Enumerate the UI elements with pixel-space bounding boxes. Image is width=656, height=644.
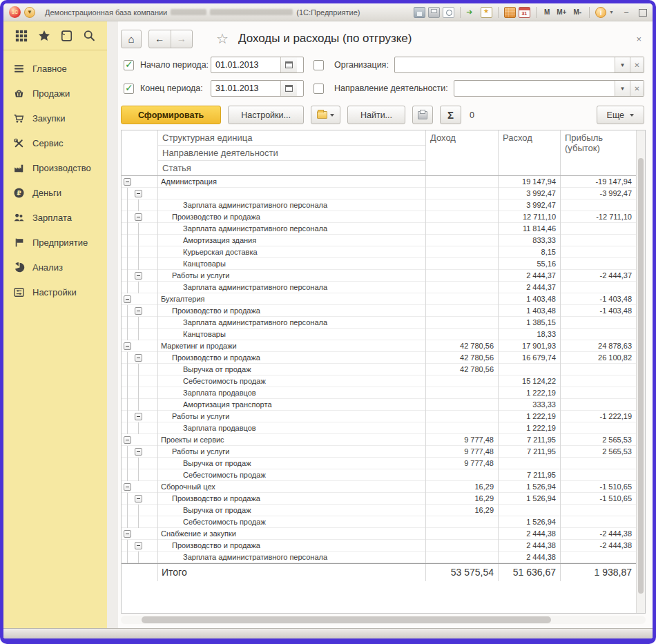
generate-button[interactable]: Сформировать bbox=[121, 106, 221, 124]
table-row[interactable]: Администрация19 147,94-19 147,94 bbox=[122, 176, 636, 188]
maximize-button[interactable] bbox=[639, 9, 647, 17]
favorites-star-icon[interactable] bbox=[37, 29, 51, 43]
table-row[interactable]: Себестоимость продаж15 124,22 bbox=[122, 375, 636, 387]
period-end-input[interactable] bbox=[211, 81, 280, 96]
collapse-icon[interactable] bbox=[124, 295, 131, 303]
table-row[interactable]: Зарплата административного персонала3 99… bbox=[122, 199, 636, 211]
sidebar-item-enterprise[interactable]: Предприятие bbox=[3, 230, 107, 255]
vertical-scrollbar-thumb[interactable] bbox=[638, 158, 644, 594]
horizontal-scrollbar-thumb[interactable] bbox=[142, 616, 551, 623]
table-row[interactable]: Зарплата административного персонала11 8… bbox=[122, 223, 636, 235]
save-icon[interactable] bbox=[414, 7, 425, 18]
sidebar-item-money[interactable]: ₽Деньги bbox=[3, 180, 107, 205]
apps-grid-icon[interactable] bbox=[15, 29, 28, 43]
system-menu-button[interactable]: ▼ bbox=[24, 7, 35, 18]
calendar-icon[interactable]: 31 bbox=[519, 7, 530, 18]
collapse-icon[interactable] bbox=[135, 495, 142, 502]
table-row[interactable]: Зарплата продавцов1 222,19 bbox=[122, 422, 636, 434]
print-preview-icon[interactable] bbox=[443, 7, 454, 18]
calendar-picker-icon[interactable] bbox=[280, 81, 297, 96]
table-row[interactable]: Выручка от продаж42 780,56 bbox=[122, 364, 636, 375]
table-row[interactable]: Работы и услуги2 444,37-2 444,37 bbox=[122, 270, 636, 282]
table-row[interactable]: Зарплата продавцов1 222,19 bbox=[122, 387, 636, 399]
search-icon[interactable] bbox=[82, 29, 96, 43]
table-row[interactable]: Выручка от продаж9 777,48 bbox=[122, 458, 636, 469]
table-row[interactable]: Маркетинг и продажи42 780,5617 901,9324 … bbox=[122, 340, 636, 352]
collapse-icon[interactable] bbox=[135, 213, 142, 221]
table-row[interactable]: Производство и продажа12 711,10-12 711,1… bbox=[122, 211, 636, 223]
collapse-icon[interactable] bbox=[135, 542, 142, 549]
sidebar-item-service[interactable]: Сервис bbox=[3, 130, 107, 155]
back-button[interactable]: ← bbox=[149, 30, 171, 48]
memory-recall-button[interactable]: M bbox=[542, 8, 552, 16]
organization-checkbox[interactable] bbox=[313, 60, 324, 70]
add-favorite-icon[interactable] bbox=[466, 7, 478, 18]
period-end-checkbox[interactable] bbox=[124, 84, 134, 94]
collapse-icon[interactable] bbox=[135, 272, 142, 280]
forward-button[interactable]: → bbox=[171, 30, 193, 48]
table-row[interactable]: Зарплата административного персонала1 38… bbox=[122, 317, 636, 329]
table-row[interactable]: Производство и продажа2 444,38-2 444,38 bbox=[122, 540, 636, 552]
sidebar-item-analysis[interactable]: Анализ bbox=[3, 255, 107, 280]
memory-add-button[interactable]: M+ bbox=[554, 8, 568, 16]
collapse-icon[interactable] bbox=[135, 413, 142, 420]
table-row[interactable]: Работы и услуги1 222,19-1 222,19 bbox=[122, 411, 636, 422]
settings-button[interactable]: Настройки... bbox=[228, 106, 304, 124]
sidebar-item-sales[interactable]: Продажи bbox=[3, 81, 107, 106]
history-icon[interactable] bbox=[59, 29, 73, 43]
collapse-icon[interactable] bbox=[135, 448, 142, 456]
collapse-icon[interactable] bbox=[124, 436, 131, 444]
info-icon[interactable]: i bbox=[595, 7, 606, 18]
table-row[interactable]: 3 992,47-3 992,47 bbox=[122, 188, 636, 199]
minimize-button[interactable]: – bbox=[621, 8, 632, 17]
table-row[interactable]: Бухгалтерия1 403,48-1 403,48 bbox=[122, 293, 636, 305]
table-row[interactable]: Канцтовары55,16 bbox=[122, 258, 636, 270]
sidebar-item-main[interactable]: Главное bbox=[3, 56, 107, 81]
table-row[interactable]: Курьерская доставка8,15 bbox=[122, 246, 636, 258]
favorite-star-icon[interactable]: ☆ bbox=[216, 30, 229, 47]
table-row[interactable]: Выручка от продаж16,29 bbox=[122, 505, 636, 516]
sum-button[interactable]: Σ bbox=[440, 106, 461, 124]
table-row[interactable]: Производство и продажа42 780,5616 679,74… bbox=[122, 352, 636, 364]
info-dropdown-icon[interactable]: ▼ bbox=[609, 10, 614, 14]
collapse-icon[interactable] bbox=[124, 342, 131, 350]
table-row[interactable]: Зарплата административного персонала2 44… bbox=[122, 552, 636, 563]
table-row[interactable]: Производство и продажа1 403,48-1 403,48 bbox=[122, 305, 636, 317]
collapse-icon[interactable] bbox=[124, 530, 131, 538]
sidebar-item-production[interactable]: Производство bbox=[3, 155, 107, 180]
table-row[interactable]: Проекты и сервис9 777,487 211,952 565,53 bbox=[122, 434, 636, 446]
find-button[interactable]: Найти... bbox=[347, 106, 405, 124]
activity-checkbox[interactable] bbox=[313, 84, 324, 94]
collapse-icon[interactable] bbox=[124, 178, 131, 186]
table-row[interactable]: Амортизация транспорта333,33 bbox=[122, 399, 636, 411]
favorites-icon[interactable] bbox=[481, 7, 492, 18]
period-start-checkbox[interactable] bbox=[124, 60, 134, 70]
print-icon[interactable] bbox=[428, 7, 440, 18]
sidebar-item-salary[interactable]: Зарплата bbox=[3, 205, 107, 230]
clear-icon[interactable]: ✕ bbox=[630, 81, 644, 96]
sidebar-item-settings[interactable]: Настройки bbox=[3, 280, 107, 304]
print-button[interactable] bbox=[412, 106, 433, 124]
column-header-expense[interactable]: Расход bbox=[498, 130, 560, 175]
memory-subtract-button[interactable]: M- bbox=[571, 8, 583, 16]
collapse-icon[interactable] bbox=[135, 354, 142, 362]
table-row[interactable]: Канцтовары18,33 bbox=[122, 329, 636, 340]
table-row[interactable]: Себестоимость продаж1 526,94 bbox=[122, 516, 636, 528]
table-row[interactable]: Работы и услуги9 777,487 211,952 565,53 bbox=[122, 446, 636, 458]
period-start-input[interactable] bbox=[211, 57, 280, 72]
calculator-icon[interactable] bbox=[504, 7, 516, 18]
horizontal-scrollbar[interactable] bbox=[121, 616, 646, 624]
table-row[interactable]: Зарплата административного персонала2 44… bbox=[122, 282, 636, 293]
column-header-profit[interactable]: Прибыль (убыток) bbox=[560, 130, 636, 175]
collapse-icon[interactable] bbox=[124, 483, 131, 491]
chevron-down-icon[interactable]: ▼ bbox=[615, 81, 630, 96]
table-row[interactable]: Себестоимость продаж7 211,95 bbox=[122, 469, 636, 481]
calendar-picker-icon[interactable] bbox=[280, 57, 297, 72]
vertical-scrollbar[interactable] bbox=[636, 130, 645, 613]
collapse-icon[interactable] bbox=[135, 307, 142, 315]
home-button[interactable]: ⌂ bbox=[121, 30, 142, 48]
table-row[interactable]: Снабжение и закупки2 444,38-2 444,38 bbox=[122, 528, 636, 540]
clear-icon[interactable]: ✕ bbox=[630, 57, 644, 72]
total-row[interactable]: Итого 53 575,54 51 636,67 1 938,87 bbox=[122, 563, 636, 581]
collapse-icon[interactable] bbox=[135, 190, 142, 197]
